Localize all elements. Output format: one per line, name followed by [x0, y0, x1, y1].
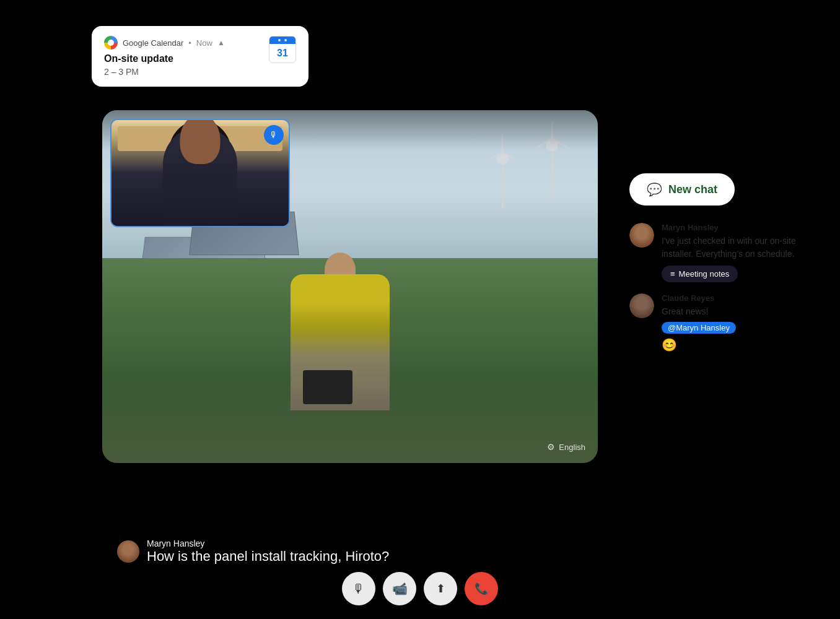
maryn-sender-name: Maryn Hansley [662, 223, 803, 232]
caption-bar: Maryn Hansley How is the panel install t… [102, 539, 840, 565]
claude-sender-name: Claude Reyes [662, 293, 803, 303]
cal31-dots [278, 39, 287, 41]
maryn-message-body: I've just checked in with our on-site in… [662, 235, 803, 261]
self-view-video [112, 120, 289, 226]
chat-message-2: Claude Reyes Great news! @Maryn Hansley … [629, 293, 803, 352]
avatar-claude [629, 293, 654, 318]
controls-bar: 🎙 📹 ⬆ 📞 [342, 572, 498, 605]
meeting-notes-icon: ≡ [670, 269, 675, 279]
person-laptop [303, 370, 352, 404]
turbine-mast-1 [502, 165, 504, 208]
notif-app-name: Google Calendar [123, 38, 183, 48]
chat-panel: 💬 New chat Maryn Hansley I've just check… [629, 173, 803, 363]
end-call-button[interactable]: 📞 [465, 572, 498, 605]
turbine-1 [496, 152, 509, 208]
notif-title: On-site update [104, 53, 261, 64]
meeting-notes-chip[interactable]: ≡ Meeting notes [662, 266, 738, 282]
end-call-icon: 📞 [475, 582, 488, 595]
meeting-notes-label: Meeting notes [679, 269, 730, 279]
new-chat-button[interactable]: 💬 New chat [629, 173, 735, 206]
self-view-pip: 🎙 [110, 119, 290, 227]
caption-text: How is the panel install tracking, Hirot… [147, 548, 389, 565]
turbine-mast-2 [551, 151, 553, 194]
camera-icon: 📹 [392, 581, 408, 596]
notif-dot: • [188, 38, 191, 48]
camera-button[interactable]: 📹 [383, 572, 416, 605]
present-button[interactable]: ⬆ [424, 572, 457, 605]
notif-subtitle: 2 – 3 PM [104, 67, 261, 77]
notif-header: Google Calendar • Now ▲ [104, 36, 261, 50]
person-body [291, 274, 390, 410]
mic-active-indicator: 🎙 [264, 125, 284, 145]
self-view-head [180, 119, 221, 164]
new-chat-icon: 💬 [647, 182, 662, 197]
notif-chevron-icon: ▲ [217, 38, 225, 47]
video-person [291, 274, 390, 410]
calendar-31-icon: 31 [269, 36, 296, 63]
claude-avatar-image [629, 293, 654, 318]
maryn-avatar-image [629, 223, 654, 248]
gcal-chrome-icon [104, 36, 118, 50]
claude-message-body: Great news! [662, 305, 803, 318]
language-label: ⚙ English [547, 442, 585, 452]
mic-button[interactable]: 🎙 [342, 572, 375, 605]
language-text: English [559, 443, 585, 452]
present-icon: ⬆ [436, 582, 445, 595]
emoji-display: 😊 [662, 337, 803, 352]
cal31-number: 31 [269, 44, 295, 63]
new-chat-label: New chat [668, 183, 717, 196]
notif-content: Google Calendar • Now ▲ On-site update 2… [104, 36, 261, 77]
cal31-top [269, 37, 295, 44]
calendar-notification: Google Calendar • Now ▲ On-site update 2… [92, 26, 308, 87]
caption-speaker-avatar [117, 540, 139, 563]
mic-icon: 🎙 [352, 582, 365, 596]
chat-bubble-maryn: Maryn Hansley I've just checked in with … [662, 223, 803, 282]
notif-time: Now [196, 38, 212, 48]
avatar-maryn [629, 223, 654, 248]
chat-bubble-claude: Claude Reyes Great news! @Maryn Hansley … [662, 293, 803, 352]
turbine-head-1 [496, 152, 509, 165]
settings-icon: ⚙ [547, 442, 555, 452]
chat-message-1: Maryn Hansley I've just checked in with … [629, 223, 803, 282]
mention-chip: @Maryn Hansley [662, 322, 736, 334]
caption-speaker-name: Maryn Hansley [147, 539, 389, 548]
